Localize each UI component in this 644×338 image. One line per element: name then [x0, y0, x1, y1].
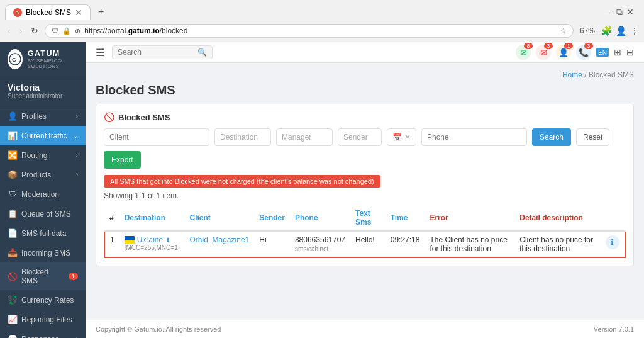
- zoom-level: 67%: [577, 26, 597, 35]
- breadcrumb-home-link[interactable]: Home: [562, 70, 582, 79]
- sidebar-item-responses[interactable]: 💬 Responses ›: [0, 329, 86, 338]
- download-icon[interactable]: ⬇: [165, 237, 170, 244]
- view-details-button[interactable]: ℹ: [606, 235, 619, 249]
- page-title: Blocked SMS: [96, 83, 634, 98]
- reload-button[interactable]: ↻: [28, 25, 41, 37]
- sidebar-item-current-traffic[interactable]: 📊 Current traffic ⌄: [0, 126, 86, 145]
- page-content: Home / Blocked SMS Blocked SMS 🚫 Blocked…: [86, 63, 644, 320]
- reporting-files-icon: 📈: [8, 315, 18, 324]
- new-tab-button[interactable]: +: [93, 4, 109, 20]
- logo-text: GATUM BY SEMPICO SOLUTIONS: [28, 48, 78, 69]
- manager-filter[interactable]: Manager: [276, 128, 333, 146]
- sidebar-item-routing[interactable]: 🔀 Routing ›: [0, 145, 86, 165]
- filter-row: Destination Manager Sender 📅: [104, 128, 626, 169]
- logo-icon: G: [8, 49, 23, 69]
- security-icon: 🛡: [52, 27, 58, 35]
- col-num: #: [104, 205, 119, 231]
- destination-filter[interactable]: Destination: [214, 128, 271, 146]
- queue-sms-label: Queue of SMS: [21, 210, 78, 218]
- cell-actions: ℹ: [601, 231, 625, 257]
- search-input[interactable]: [118, 48, 194, 57]
- browser-toolbar: ‹ › ↻ 🛡 🔒 ⊕ https://portal.gatum.io/bloc…: [0, 20, 644, 42]
- sidebar-item-products[interactable]: 📦 Products ›: [0, 165, 86, 184]
- cell-detail: Client has no price for this destination: [514, 231, 601, 257]
- hamburger-menu[interactable]: ☰: [96, 47, 104, 59]
- phone-badge: 3: [584, 43, 593, 49]
- footer: Copyright © Gatum.io. All rights reserve…: [86, 320, 644, 338]
- cell-phone: 380663561707 sms/cabinet: [290, 231, 350, 257]
- queue-sms-icon: 📋: [8, 209, 18, 218]
- ukraine-flag: [125, 236, 135, 244]
- address-bar[interactable]: 🛡 🔒 ⊕ https://portal.gatum.io/blocked ☆: [45, 24, 574, 38]
- messages-green-button[interactable]: ✉ 8: [516, 45, 531, 60]
- favicon: G: [13, 8, 22, 17]
- sidebar-item-incoming-sms[interactable]: 📥 Incoming SMS: [0, 243, 86, 262]
- date-filter[interactable]: 📅 ✕: [387, 128, 416, 146]
- sidebar-item-queue-sms[interactable]: 📋 Queue of SMS: [0, 204, 86, 223]
- table-wrapper: # Destination Client Sender Phone Text S…: [104, 205, 626, 258]
- tab-bar: G Blocked SMS ✕ + — ⧉ ✕: [0, 0, 644, 20]
- forward-button[interactable]: ›: [17, 25, 25, 37]
- phone-button[interactable]: 📞 3: [576, 45, 591, 60]
- messages-green-badge: 8: [524, 43, 533, 49]
- cell-error: The Client has no price for this destina…: [425, 231, 514, 257]
- col-actions: [601, 205, 625, 231]
- chevron-down-icon: ⌄: [73, 132, 78, 139]
- col-error: Error: [425, 205, 514, 231]
- blocked-sms-label: Blocked SMS: [21, 268, 64, 285]
- incoming-sms-icon: 📥: [8, 248, 18, 257]
- language-flag[interactable]: EN: [596, 48, 609, 57]
- close-tab-button[interactable]: ✕: [75, 8, 82, 18]
- col-time: Time: [386, 205, 425, 231]
- topbar-menu-button[interactable]: ⊟: [626, 47, 634, 57]
- sidebar-item-sms-full-data[interactable]: 📄 SMS full data: [0, 223, 86, 243]
- phone-filter[interactable]: [421, 128, 527, 146]
- top-bar: ☰ 🔍 ✉ 8 ✉ 3 👤 1 📞: [86, 42, 644, 63]
- breadcrumb-separator: /: [584, 70, 589, 79]
- table-row: 1 Ukraine ⬇ [MCC=255,MNC=1]: [104, 231, 625, 257]
- export-button[interactable]: Export: [104, 151, 141, 169]
- moderation-icon: 🛡: [8, 189, 18, 199]
- search-button[interactable]: Search: [532, 128, 571, 146]
- card-header: 🚫 Blocked SMS: [104, 112, 626, 122]
- extensions-button[interactable]: 🧩: [601, 26, 612, 36]
- date-clear[interactable]: ✕: [404, 133, 411, 142]
- brand-sub: BY SEMPICO SOLUTIONS: [28, 58, 78, 69]
- search-box[interactable]: 🔍: [112, 45, 213, 59]
- main-content: ☰ 🔍 ✉ 8 ✉ 3 👤 1 📞: [86, 42, 644, 338]
- sidebar-item-moderation[interactable]: 🛡 Moderation: [0, 184, 86, 204]
- grid-button[interactable]: ⊞: [614, 47, 621, 57]
- profile-button[interactable]: 👤: [616, 26, 626, 36]
- products-icon: 📦: [8, 170, 18, 179]
- copyright: Copyright © Gatum.io. All rights reserve…: [96, 325, 221, 333]
- client-filter[interactable]: [104, 128, 209, 146]
- menu-button[interactable]: ⋮: [630, 26, 639, 36]
- current-traffic-icon: 📊: [8, 131, 18, 140]
- users-button[interactable]: 👤 1: [556, 45, 571, 60]
- sender-filter[interactable]: Sender: [338, 128, 382, 146]
- sidebar-item-profiles[interactable]: 👤 Profiles ›: [0, 106, 86, 126]
- lock-icon: 🔒: [62, 27, 71, 35]
- card-title: Blocked SMS: [118, 113, 170, 122]
- back-button[interactable]: ‹: [5, 25, 13, 37]
- cell-sender: Hi: [254, 231, 290, 257]
- bookmark-icon[interactable]: ☆: [560, 26, 567, 35]
- reset-button[interactable]: Reset: [576, 128, 609, 146]
- sidebar-item-blocked-sms[interactable]: 🚫 Blocked SMS 1: [0, 262, 86, 290]
- restore-button[interactable]: ⧉: [616, 7, 623, 18]
- sidebar-item-currency-rates[interactable]: 💱 Currency Rates: [0, 290, 86, 310]
- sidebar-item-reporting-files[interactable]: 📈 Reporting Files: [0, 310, 86, 329]
- cell-client: Orhid_Magazine1: [185, 231, 255, 257]
- browser-tab[interactable]: G Blocked SMS ✕: [5, 4, 91, 20]
- reporting-files-label: Reporting Files: [21, 315, 78, 324]
- currency-rates-label: Currency Rates: [21, 296, 78, 305]
- showing-text: Showing 1-1 of 1 item.: [104, 191, 626, 200]
- messages-red-button[interactable]: ✉ 3: [536, 45, 551, 60]
- sidebar: G GATUM BY SEMPICO SOLUTIONS Victoria Su…: [0, 42, 86, 338]
- close-button[interactable]: ✕: [626, 7, 634, 17]
- minimize-button[interactable]: —: [604, 7, 613, 17]
- table-body: 1 Ukraine ⬇ [MCC=255,MNC=1]: [104, 231, 625, 257]
- cell-num: 1: [104, 231, 119, 257]
- client-link[interactable]: Orhid_Magazine1: [190, 235, 250, 244]
- col-detail: Detail description: [514, 205, 601, 231]
